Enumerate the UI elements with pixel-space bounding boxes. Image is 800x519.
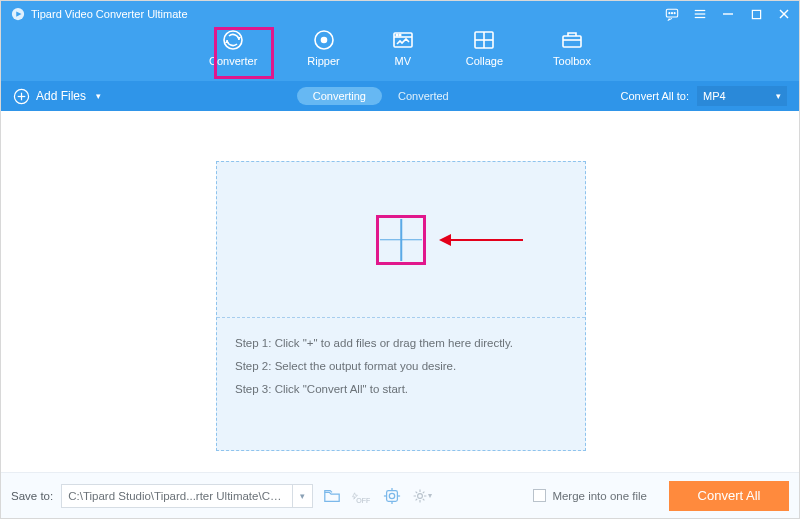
svg-rect-31	[387, 490, 398, 501]
window-controls	[665, 7, 791, 21]
toolbox-icon	[559, 27, 585, 53]
step-2-text: Step 2: Select the output format you des…	[235, 355, 567, 378]
output-format-select[interactable]: MP4 ▾	[697, 86, 787, 106]
svg-point-4	[671, 13, 672, 14]
svg-point-3	[669, 13, 670, 14]
svg-rect-10	[752, 10, 760, 18]
dropzone[interactable]: Step 1: Click "+" to add files or drag t…	[216, 161, 586, 451]
chevron-down-icon: ▾	[428, 491, 432, 500]
convert-all-button[interactable]: Convert All	[669, 481, 789, 511]
close-icon[interactable]	[777, 7, 791, 21]
svg-point-17	[321, 38, 326, 43]
main-tabs: Converter Ripper MV Collage Toolbox	[1, 25, 799, 69]
mv-icon	[390, 27, 416, 53]
plus-circle-icon	[13, 88, 30, 105]
settings-icon[interactable]: ▾	[411, 485, 433, 507]
status-segmented: Converting Converted	[297, 87, 465, 105]
tab-label: Toolbox	[553, 55, 591, 67]
titlebar: Tipard Video Converter Ultimate	[1, 1, 799, 23]
converter-icon	[220, 27, 246, 53]
app-title: Tipard Video Converter Ultimate	[31, 8, 665, 20]
convert-all-to-label: Convert All to:	[621, 90, 689, 102]
svg-marker-14	[237, 37, 241, 40]
collage-icon	[471, 27, 497, 53]
ripper-icon	[311, 27, 337, 53]
tab-label: Collage	[466, 55, 503, 67]
chevron-down-icon: ▾	[96, 91, 101, 101]
chevron-down-icon: ▾	[776, 91, 781, 101]
tab-label: MV	[394, 55, 411, 67]
save-path-value: C:\Tipard Studio\Tipard...rter Ultimate\…	[62, 490, 292, 502]
tab-label: Ripper	[307, 55, 339, 67]
main-area: Step 1: Click "+" to add files or drag t…	[1, 111, 799, 472]
convert-all-to: Convert All to: MP4 ▾	[621, 86, 787, 106]
svg-point-21	[399, 34, 401, 36]
tab-ripper[interactable]: Ripper	[305, 25, 341, 69]
svg-point-32	[390, 493, 395, 498]
tab-converter[interactable]: Converter	[207, 25, 259, 69]
svg-rect-25	[563, 36, 581, 47]
merge-checkbox[interactable]: Merge into one file	[533, 489, 647, 502]
step-3-text: Step 3: Click "Convert All" to start.	[235, 378, 567, 401]
feedback-icon[interactable]	[665, 7, 679, 21]
minimize-icon[interactable]	[721, 7, 735, 21]
speed-icon[interactable]: OFF	[351, 485, 373, 507]
segment-converted[interactable]: Converted	[382, 87, 465, 105]
svg-point-5	[674, 13, 675, 14]
add-files-button[interactable]: Add Files ▾	[13, 88, 101, 105]
tab-label: Converter	[209, 55, 257, 67]
svg-point-37	[418, 493, 423, 498]
segment-converting[interactable]: Converting	[297, 87, 382, 105]
app-window: Tipard Video Converter Ultimate Converte…	[0, 0, 800, 519]
save-path-field[interactable]: C:\Tipard Studio\Tipard...rter Ultimate\…	[61, 484, 313, 508]
header: Tipard Video Converter Ultimate Converte…	[1, 1, 799, 81]
add-files-label: Add Files	[36, 89, 86, 103]
chevron-down-icon: ▾	[300, 491, 305, 501]
menu-icon[interactable]	[693, 7, 707, 21]
maximize-icon[interactable]	[749, 7, 763, 21]
add-files-plus-icon[interactable]	[378, 217, 424, 263]
save-to-label: Save to:	[11, 490, 53, 502]
tab-collage[interactable]: Collage	[464, 25, 505, 69]
checkbox-icon	[533, 489, 546, 502]
save-path-dropdown[interactable]: ▾	[292, 485, 312, 507]
step-1-text: Step 1: Click "+" to add files or drag t…	[235, 332, 567, 355]
annotation-arrow	[439, 234, 523, 246]
merge-label: Merge into one file	[552, 490, 647, 502]
svg-marker-15	[225, 40, 229, 43]
footer: Save to: C:\Tipard Studio\Tipard...rter …	[1, 472, 799, 518]
tab-toolbox[interactable]: Toolbox	[551, 25, 593, 69]
subheader: Add Files ▾ Converting Converted Convert…	[1, 81, 799, 111]
svg-point-20	[396, 34, 398, 36]
format-value: MP4	[703, 90, 726, 102]
dropzone-instructions: Step 1: Click "+" to add files or drag t…	[217, 318, 585, 415]
tab-mv[interactable]: MV	[388, 25, 418, 69]
dropzone-top	[217, 162, 585, 317]
open-folder-icon[interactable]	[321, 485, 343, 507]
gpu-accel-icon[interactable]	[381, 485, 403, 507]
app-logo-icon	[11, 7, 25, 21]
